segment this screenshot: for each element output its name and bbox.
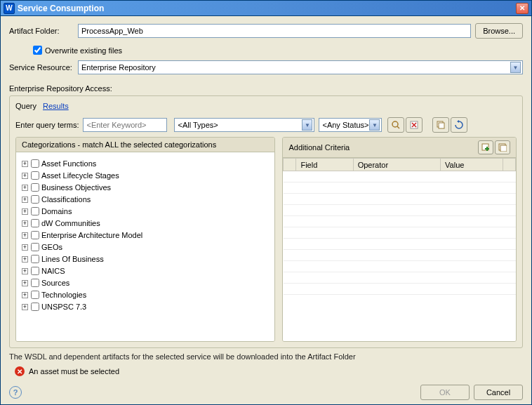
categorizations-panel: Categorizations - match ALL the selected…: [15, 137, 275, 342]
ok-button[interactable]: OK: [420, 385, 470, 400]
tree-label: Business Objectives: [41, 183, 111, 192]
copy-icon: [436, 120, 446, 130]
expand-icon[interactable]: +: [22, 304, 28, 310]
table-row: [284, 216, 516, 227]
tree-item[interactable]: +Sources: [22, 277, 269, 288]
expand-icon[interactable]: +: [22, 280, 28, 286]
tree-checkbox[interactable]: [31, 183, 39, 192]
tree-checkbox[interactable]: [31, 255, 39, 263]
expand-icon[interactable]: +: [22, 244, 28, 251]
expand-icon[interactable]: +: [22, 256, 28, 263]
categorizations-tree[interactable]: +Asset Functions+Asset Lifecycle Stages+…: [16, 152, 274, 341]
tree-checkbox[interactable]: [31, 159, 39, 168]
col-blank[interactable]: [284, 159, 296, 171]
tree-item[interactable]: +UNSPSC 7.3: [22, 301, 269, 312]
tree-checkbox[interactable]: [31, 303, 39, 311]
tree-item[interactable]: +Asset Functions: [22, 158, 269, 169]
add-icon: [481, 143, 490, 152]
page-icon: [498, 143, 507, 152]
tree-label: Domains: [41, 207, 72, 215]
status-select[interactable]: <Any Status> ▼: [319, 118, 382, 132]
service-resource-select[interactable]: Enterprise Repository ▼: [78, 60, 523, 74]
table-row: [284, 171, 516, 182]
col-field[interactable]: Field: [296, 159, 353, 171]
overwrite-checkbox[interactable]: [33, 46, 42, 55]
tree-item[interactable]: +Enterprise Architecture Model: [22, 230, 269, 241]
tree-item[interactable]: +Domains: [22, 206, 269, 217]
browse-button[interactable]: Browse...: [475, 23, 523, 39]
col-value[interactable]: Value: [441, 159, 503, 171]
tree-label: Asset Lifecycle Stages: [41, 171, 119, 180]
expand-icon[interactable]: +: [22, 220, 28, 227]
tree-checkbox[interactable]: [31, 291, 39, 299]
enter-terms-label: Enter query terms:: [15, 121, 79, 129]
dialog-title: Service Consumption: [18, 4, 516, 13]
tree-item[interactable]: +NAICS: [22, 265, 269, 277]
expand-icon[interactable]: +: [22, 208, 28, 215]
tree-item[interactable]: +dW Communities: [22, 218, 269, 229]
refresh-button[interactable]: [451, 117, 467, 133]
search-button[interactable]: [387, 117, 404, 133]
chevron-down-icon: ▼: [369, 119, 380, 131]
tab-row: Query Results: [15, 102, 517, 110]
table-row: [284, 205, 516, 216]
criteria-panel: Additional Criteria Field: [282, 137, 517, 342]
service-resource-label: Service Resource:: [9, 63, 78, 72]
add-criteria-button[interactable]: [478, 140, 493, 154]
artifact-folder-input[interactable]: [78, 24, 471, 38]
criteria-table: Field Operator Value: [283, 158, 516, 295]
expand-icon[interactable]: +: [22, 197, 28, 203]
app-icon: W: [4, 3, 15, 14]
svg-rect-11: [500, 145, 507, 152]
artifact-folder-label: Artifact Folder:: [9, 27, 78, 35]
tree-checkbox[interactable]: [31, 171, 39, 180]
tree-checkbox[interactable]: [31, 243, 39, 251]
criteria-table-pane: Field Operator Value: [283, 158, 516, 341]
table-row: [284, 261, 516, 272]
tree-label: Enterprise Architecture Model: [41, 231, 142, 239]
tree-item[interactable]: +GEOs: [22, 241, 269, 253]
table-row: [284, 227, 516, 239]
expand-icon[interactable]: +: [22, 292, 28, 298]
table-row: [284, 250, 516, 261]
col-operator[interactable]: Operator: [353, 159, 440, 171]
expand-icon[interactable]: +: [22, 232, 28, 239]
keyword-input[interactable]: [83, 118, 167, 132]
chevron-down-icon: ▼: [302, 119, 312, 131]
tree-checkbox[interactable]: [31, 231, 39, 239]
clear-button[interactable]: [406, 117, 423, 133]
info-text: The WSDL and dependent artifacts for the…: [9, 352, 523, 361]
overwrite-label: Overwrite existing files: [45, 46, 122, 55]
tree-item[interactable]: +Technologies: [22, 289, 269, 300]
col-end[interactable]: [503, 159, 516, 171]
tree-checkbox[interactable]: [31, 279, 39, 287]
cancel-button[interactable]: Cancel: [474, 385, 523, 400]
status-value: <Any Status>: [322, 121, 368, 129]
tree-item[interactable]: +Lines Of Business: [22, 253, 269, 265]
tab-results[interactable]: Results: [43, 102, 69, 110]
tree-item[interactable]: +Business Objectives: [22, 182, 269, 193]
tree-item[interactable]: +Asset Lifecycle Stages: [22, 170, 269, 181]
tree-checkbox[interactable]: [31, 267, 39, 275]
tree-item[interactable]: +Classifications: [22, 194, 269, 205]
tree-checkbox[interactable]: [31, 195, 39, 204]
tree-label: Classifications: [41, 195, 91, 204]
expand-icon[interactable]: +: [22, 161, 28, 167]
tree-checkbox[interactable]: [31, 219, 39, 227]
table-row: [284, 194, 516, 205]
tree-checkbox[interactable]: [31, 207, 39, 215]
tree-label: dW Communities: [41, 219, 100, 227]
remove-criteria-button[interactable]: [495, 140, 510, 154]
dialog-window: W Service Consumption ✕ Artifact Folder:…: [0, 0, 532, 405]
help-icon[interactable]: ?: [9, 386, 22, 399]
tab-query[interactable]: Query: [15, 102, 36, 110]
categorizations-title: Categorizations - match ALL the selected…: [22, 140, 269, 149]
types-select[interactable]: <All Types> ▼: [174, 118, 314, 132]
expand-icon[interactable]: +: [22, 173, 28, 179]
close-icon[interactable]: ✕: [516, 3, 528, 14]
svg-point-0: [392, 121, 398, 127]
copy-button[interactable]: [432, 117, 449, 133]
expand-icon[interactable]: +: [22, 185, 28, 191]
svg-rect-6: [439, 123, 444, 128]
expand-icon[interactable]: +: [22, 268, 28, 274]
